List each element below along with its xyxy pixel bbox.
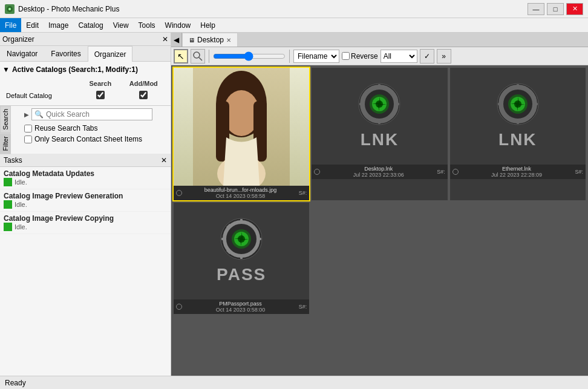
grid-item-photo[interactable]: beautiful-brun...for-mloads.jpg Oct 14 2… — [174, 68, 309, 200]
svg-rect-26 — [498, 103, 503, 105]
reverse-label: Reverse — [351, 52, 378, 60]
catalog-row: Default Catalog — [4, 90, 167, 102]
grid-item-desktop-lnk[interactable]: LNK Desktop.lnk Jul 22 2023 22:33:06 S#: — [312, 68, 447, 200]
svg-rect-40 — [256, 238, 261, 240]
app-icon — [5, 4, 15, 14]
only-contact-checkbox[interactable] — [24, 136, 32, 143]
grid-item-ethernet-lnk[interactable]: LNK Ethernet.lnk Jul 22 2023 22:28:09 S#… — [450, 68, 586, 200]
menu-edit[interactable]: Edit — [21, 18, 44, 32]
organizer-close-btn[interactable]: ✕ — [162, 35, 168, 44]
svg-rect-25 — [517, 119, 519, 124]
pass-dot — [176, 304, 182, 310]
menu-tools[interactable]: Tools — [134, 18, 160, 32]
menu-image[interactable]: Image — [44, 18, 73, 32]
lnk-dot-2 — [452, 169, 459, 175]
maximize-button[interactable]: □ — [547, 3, 564, 15]
lnk-label-2: LNK — [498, 130, 537, 149]
left-panel: Organizer ✕ Navigator Favorites Organize… — [0, 33, 171, 376]
sort-select[interactable]: Filename Date Size Type — [293, 50, 339, 63]
task-name-preview-gen: Catalog Image Preview Generation — [4, 192, 167, 200]
task-item-preview-copy: Catalog Image Preview Copying Idle. — [0, 212, 171, 234]
filter-label[interactable]: Filter — [0, 133, 11, 154]
status-text: Ready — [5, 379, 26, 387]
catalogs-section: ▼ Active Catalogs (Search:1, Modify:1) S… — [0, 62, 171, 106]
reuse-tabs-checkbox[interactable] — [24, 125, 32, 132]
task-status-preview-copy: Idle. — [4, 223, 167, 231]
task-item-preview-gen: Catalog Image Preview Generation Idle. — [0, 189, 171, 212]
lnk-label-1: LNK — [361, 130, 399, 149]
lnk-date-1: Jul 22 2023 22:33:06 — [320, 172, 437, 178]
close-button[interactable]: ✕ — [566, 3, 583, 15]
tasks-section: Tasks ✕ Catalog Metadata Updates Idle. C… — [0, 154, 171, 376]
pointer-tool-btn[interactable]: ↖ — [174, 49, 188, 64]
tab-navigator[interactable]: Navigator — [0, 46, 44, 61]
svg-rect-11 — [378, 84, 381, 89]
lnk-serial-1: S#: — [437, 169, 445, 175]
photo-date: Oct 14 2023 0:58:58 — [182, 193, 299, 199]
main-layout: Organizer ✕ Navigator Favorites Organize… — [0, 33, 588, 376]
search-inner: ▶ 🔍 Reuse Search Tabs Only Search Contac… — [22, 106, 171, 154]
menu-file[interactable]: File — [0, 18, 21, 32]
menu-help[interactable]: Help — [195, 18, 220, 32]
tab-organizer[interactable]: Organizer — [88, 46, 133, 62]
tab-label: Desktop — [197, 36, 224, 44]
lnk-dot-1 — [314, 169, 320, 175]
check-btn[interactable]: ✓ — [420, 49, 434, 64]
photo-filename: beautiful-brun...for-mloads.jpg — [182, 187, 299, 193]
title-bar: Desktop - Photo Mechanic Plus — □ ✕ — [0, 0, 588, 18]
zoom-slider[interactable] — [213, 51, 286, 61]
task-item-metadata: Catalog Metadata Updates Idle. — [0, 167, 171, 189]
toolbar-sep-1 — [209, 50, 209, 63]
menu-window[interactable]: Window — [160, 18, 196, 32]
reverse-check-row: Reverse — [342, 52, 378, 60]
pass-date: Oct 14 2023 0:58:00 — [182, 307, 299, 313]
desktop-tab[interactable]: 🖥 Desktop ✕ — [182, 33, 238, 47]
catalogs-table: Search Add/Mod Default Catalog — [2, 77, 168, 103]
minimize-button[interactable]: — — [528, 3, 544, 15]
svg-rect-12 — [378, 119, 381, 124]
only-contact-row: Only Search Contact Sheet Items — [24, 134, 168, 145]
search-filter-section: Search Filter ▶ 🔍 Reuse Search Tabs — [0, 106, 171, 154]
search-row: ▶ 🔍 — [24, 108, 168, 120]
svg-rect-27 — [533, 103, 538, 105]
menu-catalog[interactable]: Catalog — [73, 18, 108, 32]
organizer-header: Organizer ✕ — [0, 33, 171, 46]
catalogs-header[interactable]: ▼ Active Catalogs (Search:1, Modify:1) — [2, 64, 168, 75]
nav-back-btn[interactable]: ◀ — [171, 33, 182, 47]
svg-rect-39 — [221, 238, 226, 240]
more-btn[interactable]: » — [437, 49, 451, 64]
lnk-serial-2: S#: — [575, 169, 583, 175]
svg-rect-37 — [240, 219, 243, 224]
tasks-header: Tasks ✕ — [0, 154, 171, 167]
tasks-close-btn[interactable]: ✕ — [161, 156, 167, 165]
search-label[interactable]: Search — [0, 106, 11, 133]
lnk-meta-1: Desktop.lnk Jul 22 2023 22:33:06 S#: — [312, 165, 447, 179]
svg-rect-14 — [394, 103, 399, 105]
tab-toolbar-area: ◀ 🖥 Desktop ✕ — [171, 33, 588, 47]
rating-select[interactable]: All 1 Star 2 Stars 3 Stars 4 Stars 5 Sta… — [381, 50, 417, 63]
addmod-checkbox[interactable] — [139, 91, 148, 99]
expand-icon[interactable]: ▶ — [24, 111, 29, 118]
photo-dot — [176, 190, 182, 196]
svg-rect-24 — [517, 84, 519, 89]
photo-serial: S#: — [299, 190, 307, 196]
menu-view[interactable]: View — [108, 18, 134, 32]
tab-close-btn[interactable]: ✕ — [226, 37, 231, 44]
tasks-title: Tasks — [4, 156, 22, 165]
photo-meta: beautiful-brun...for-mloads.jpg Oct 14 2… — [174, 186, 309, 200]
reuse-tabs-row: Reuse Search Tabs — [24, 123, 168, 134]
content-grid[interactable]: beautiful-brun...for-mloads.jpg Oct 14 2… — [171, 65, 588, 376]
app-title: Desktop - Photo Mechanic Plus — [18, 5, 119, 13]
lnk-filename-2: Ethernet.lnk — [459, 166, 575, 172]
svg-rect-13 — [359, 103, 364, 105]
pass-filename: PMPassport.pass — [182, 301, 299, 307]
tab-favorites[interactable]: Favorites — [44, 46, 87, 61]
reverse-checkbox[interactable] — [342, 52, 350, 60]
grid-item-pass[interactable]: PASS PMPassport.pass Oct 14 2023 0:58:00… — [174, 203, 309, 314]
pass-serial: S#: — [299, 304, 307, 310]
search-input[interactable] — [46, 110, 137, 119]
col-search: Search — [82, 79, 119, 88]
lnk-meta-2: Ethernet.lnk Jul 22 2023 22:28:09 S#: — [450, 165, 586, 179]
search-checkbox[interactable] — [96, 91, 105, 99]
search-tool-btn[interactable] — [191, 49, 205, 64]
